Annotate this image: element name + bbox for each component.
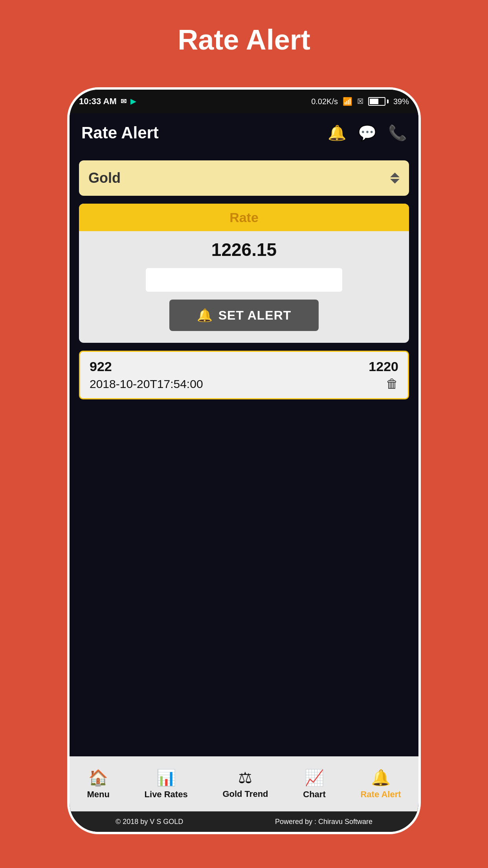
alert-row-bottom: 2018-10-20T17:54:00 🗑 (90, 377, 398, 391)
set-alert-label: SET ALERT (218, 308, 292, 323)
bottom-nav: 🏠 Menu 📊 Live Rates ⚖ Gold Trend 📈 Chart… (70, 756, 418, 811)
gold-selector[interactable]: Gold (79, 160, 409, 196)
header-phone-icon[interactable]: 📞 (388, 124, 407, 142)
app-header-title: Rate Alert (81, 123, 159, 142)
app-header: Rate Alert 🔔 💬 📞 (70, 113, 418, 153)
nav-item-live-rates[interactable]: 📊 Live Rates (145, 769, 188, 800)
play-icon: ▶ (130, 97, 136, 106)
menu-icon: 🏠 (88, 769, 108, 787)
alert-price-input[interactable] (146, 268, 342, 292)
header-bell-icon[interactable]: 🔔 (328, 124, 346, 142)
header-whatsapp-icon[interactable]: 💬 (358, 124, 376, 142)
nav-item-chart[interactable]: 📈 Chart (303, 769, 325, 800)
rate-card: Rate 1226.15 🔔 SET ALERT (79, 204, 409, 343)
rate-alert-nav-label: Rate Alert (360, 789, 401, 800)
rate-card-body: 1226.15 🔔 SET ALERT (79, 231, 409, 343)
chart-icon: 📈 (305, 769, 324, 787)
alert-row-top: 922 1220 (90, 359, 398, 374)
signal-icon: ☒ (357, 97, 363, 106)
gold-trend-label: Gold Trend (222, 789, 268, 799)
page-title: Rate Alert (178, 24, 310, 56)
alert-timestamp: 2018-10-20T17:54:00 (90, 377, 203, 391)
chart-label: Chart (303, 789, 325, 800)
live-rates-label: Live Rates (145, 789, 188, 800)
menu-label: Menu (87, 789, 109, 800)
nav-item-rate-alert[interactable]: 🔔 Rate Alert (360, 769, 401, 800)
footer-powered: Powered by : Chiravu Software (275, 818, 372, 826)
wifi-icon: 📶 (343, 97, 352, 106)
rate-card-header: Rate (79, 204, 409, 231)
header-icons: 🔔 💬 📞 (328, 124, 407, 142)
rate-value: 1226.15 (211, 239, 277, 260)
gold-selector-label: Gold (88, 170, 121, 186)
gold-trend-icon: ⚖ (238, 769, 252, 787)
battery-indicator (368, 97, 389, 106)
selector-arrows (390, 173, 400, 184)
gmail-icon: ✉ (121, 97, 127, 106)
bell-button-icon: 🔔 (197, 308, 213, 323)
alert-id: 922 (90, 359, 112, 374)
status-bar: 10:33 AM ✉ ▶ 0.02K/s 📶 ☒ 39% (70, 90, 418, 113)
app-content: Gold Rate 1226.15 🔔 SET ALERT (70, 153, 418, 756)
status-time: 10:33 AM (79, 96, 117, 107)
status-left: 10:33 AM ✉ ▶ (79, 96, 136, 107)
speed-indicator: 0.02K/s (311, 97, 338, 106)
battery-percent: 39% (393, 97, 409, 106)
rate-label: Rate (229, 210, 259, 225)
arrow-up-icon (390, 173, 400, 177)
nav-item-menu[interactable]: 🏠 Menu (87, 769, 109, 800)
alert-list-item: 922 1220 2018-10-20T17:54:00 🗑 (79, 351, 409, 399)
footer-copyright: © 2018 by V S GOLD (116, 818, 183, 826)
phone-frame: 10:33 AM ✉ ▶ 0.02K/s 📶 ☒ 39% Rate Alert … (67, 87, 421, 834)
status-right: 0.02K/s 📶 ☒ 39% (311, 97, 409, 106)
app-footer: © 2018 by V S GOLD Powered by : Chiravu … (70, 811, 418, 832)
arrow-down-icon (390, 179, 400, 184)
alert-target-value: 1220 (369, 359, 398, 374)
nav-item-gold-trend[interactable]: ⚖ Gold Trend (222, 769, 268, 799)
rate-alert-nav-icon: 🔔 (371, 769, 391, 787)
set-alert-button[interactable]: 🔔 SET ALERT (169, 300, 319, 331)
live-rates-icon: 📊 (156, 769, 176, 787)
delete-alert-icon[interactable]: 🗑 (386, 377, 398, 391)
